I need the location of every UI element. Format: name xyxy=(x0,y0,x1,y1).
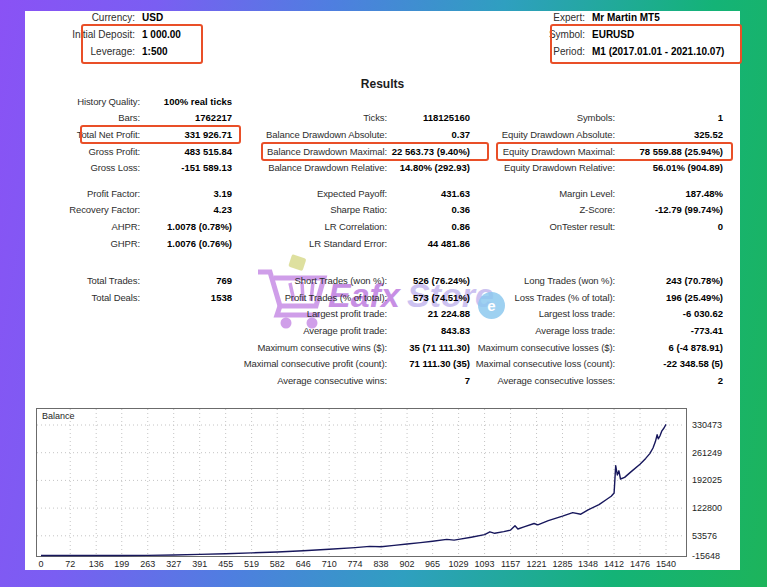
stat-value: 100% real ticks xyxy=(140,96,232,107)
header-label: Currency: xyxy=(25,12,135,23)
stat-value: -22 348.58 (5) xyxy=(615,358,723,369)
stat-label: Average consecutive losses: xyxy=(470,375,615,386)
stat-row: Bars:1762217Ticks:118125160Symbols:1 xyxy=(25,110,740,127)
chart-tick-label: 519 xyxy=(244,559,259,569)
stat-value: 325.52 xyxy=(615,129,723,140)
stat-label: GHPR: xyxy=(25,238,140,249)
stat-value: 1.0076 (0.76%) xyxy=(140,238,232,249)
chart-tick-label: 263 xyxy=(140,559,155,569)
stat-row: Gross Loss:-151 589.13Balance Drawdown R… xyxy=(25,159,740,176)
stat-row: Largest profit trade:21 224.88Largest lo… xyxy=(25,306,740,323)
chart-tick-label: 261249 xyxy=(692,448,722,458)
stat-value: 243 (70.78%) xyxy=(615,275,723,286)
header-label: Period: xyxy=(425,46,585,57)
stat-value: 56.01% (904.89) xyxy=(615,162,723,173)
stat-label: Average consecutive wins: xyxy=(232,375,387,386)
stat-value: 1538 xyxy=(140,292,232,303)
stat-value: 78 559.88 (25.94%) xyxy=(615,146,723,157)
stat-value: 21 224.88 xyxy=(387,308,470,319)
header-row: Expert:Mr Martin MT5 xyxy=(425,9,724,26)
header-value: Mr Martin MT5 xyxy=(592,12,660,23)
chart-tick-label: 327 xyxy=(166,559,181,569)
header-group-right: Expert:Mr Martin MT5Symbol:EURUSDPeriod:… xyxy=(425,9,724,60)
stat-value: 431.63 xyxy=(387,188,470,199)
chart-tick-label: 136 xyxy=(89,559,104,569)
stat-row: Average consecutive wins:7Average consec… xyxy=(25,372,740,389)
chart-tick-label: 838 xyxy=(374,559,389,569)
chart-tick-label: 1540 xyxy=(656,559,676,569)
chart-tick-label: 0 xyxy=(38,559,43,569)
stat-value: 0.37 xyxy=(387,129,470,140)
chart-tick-label: 774 xyxy=(348,559,363,569)
stat-label: Maximal consecutive loss (count): xyxy=(470,358,615,369)
stat-row: GHPR:1.0076 (0.76%)LR Standard Error:44 … xyxy=(25,235,740,252)
header-label: Initial Deposit: xyxy=(25,29,135,40)
stat-row: Average profit trade:843.83Average loss … xyxy=(25,322,740,339)
stat-label: Equity Drawdown Absolute: xyxy=(470,129,615,140)
chart-tick-label: 122800 xyxy=(692,503,722,513)
header-value: 1:500 xyxy=(142,46,168,57)
stat-row: AHPR:1.0078 (0.78%)LR Correlation:0.86On… xyxy=(25,218,740,235)
header-value: EURUSD xyxy=(592,29,634,40)
header-row: Leverage:1:500 xyxy=(25,43,181,60)
row-spacer xyxy=(25,176,740,185)
stat-value: 573 (74.51%) xyxy=(387,292,470,303)
stat-value: 843.83 xyxy=(387,325,470,336)
stat-label: Maximal consecutive profit (count): xyxy=(232,358,387,369)
stat-label: Maximum consecutive wins ($): xyxy=(232,342,387,353)
chart-tick-label: 199 xyxy=(114,559,129,569)
stat-label: Margin Level: xyxy=(470,188,615,199)
header-group-left: Currency:USDInitial Deposit:1 000.00Leve… xyxy=(25,9,181,60)
stat-value: 1.0078 (0.78%) xyxy=(140,221,232,232)
stat-value: -773.41 xyxy=(615,325,723,336)
row-spacer xyxy=(25,251,740,272)
stat-label: Symbols: xyxy=(470,112,615,123)
stat-row: Total Deals:1538Profit Trades (% of tota… xyxy=(25,289,740,306)
stat-label: Total Deals: xyxy=(25,292,140,303)
header-row: Symbol:EURUSD xyxy=(425,26,724,43)
stat-value: 1 xyxy=(615,112,723,123)
stat-value: -12.79 (99.74%) xyxy=(615,204,723,215)
stat-label: Largest loss trade: xyxy=(470,308,615,319)
stat-label: Ticks: xyxy=(232,112,387,123)
stat-value: 22 563.73 (9.40%) xyxy=(387,146,470,157)
header-row: Initial Deposit:1 000.00 xyxy=(25,26,181,43)
stat-row: Maximum consecutive wins ($):35 (71 111.… xyxy=(25,339,740,356)
stat-label: Loss Trades (% of total): xyxy=(470,292,615,303)
stat-label: History Quality: xyxy=(25,96,140,107)
stat-value: 118125160 xyxy=(387,112,470,123)
chart-tick-label: 1285 xyxy=(552,559,572,569)
chart-tick-label: 72 xyxy=(65,559,75,569)
stat-value: 71 111.30 (35) xyxy=(387,358,470,369)
stat-value: -151 589.13 xyxy=(140,162,232,173)
stat-label: Balance Drawdown Absolute: xyxy=(232,129,387,140)
balance-chart: Balance072136199263327391455519582646710… xyxy=(36,408,751,575)
stat-value: 187.48% xyxy=(615,188,723,199)
stat-label: Gross Profit: xyxy=(25,146,140,157)
stat-label: Sharpe Ratio: xyxy=(232,204,387,215)
stat-value: 769 xyxy=(140,275,232,286)
chart-tick-label: 1221 xyxy=(527,559,547,569)
chart-tick-label: 1093 xyxy=(475,559,495,569)
stat-row: Profit Factor:3.19Expected Payoff:431.63… xyxy=(25,185,740,202)
stat-row: Maximal consecutive profit (count):71 11… xyxy=(25,355,740,372)
stat-value: -6 030.62 xyxy=(615,308,723,319)
stat-label: Equity Drawdown Relative: xyxy=(470,162,615,173)
results-title: Results xyxy=(25,77,740,91)
stat-label: Gross Loss: xyxy=(25,162,140,173)
gradient-frame: Currency:USDInitial Deposit:1 000.00Leve… xyxy=(0,0,767,587)
stats-table: History Quality:100% real ticksBars:1762… xyxy=(25,93,740,389)
stat-value: 3.19 xyxy=(140,188,232,199)
stat-value: 0 xyxy=(615,221,723,232)
header-value: 1 000.00 xyxy=(142,29,181,40)
stat-label: Profit Trades (% of total): xyxy=(232,292,387,303)
stat-label: Bars: xyxy=(25,112,140,123)
chart-tick-label: 582 xyxy=(270,559,285,569)
stat-label: Profit Factor: xyxy=(25,188,140,199)
stat-label: Long Trades (won %): xyxy=(470,275,615,286)
chart-tick-label: 646 xyxy=(296,559,311,569)
chart-tick-label: 1476 xyxy=(630,559,650,569)
stat-row: Total Net Profit:331 926.71Balance Drawd… xyxy=(25,126,740,143)
stat-label: OnTester result: xyxy=(470,221,615,232)
header-row: Period:M1 (2017.01.01 - 2021.10.07) xyxy=(425,43,724,60)
